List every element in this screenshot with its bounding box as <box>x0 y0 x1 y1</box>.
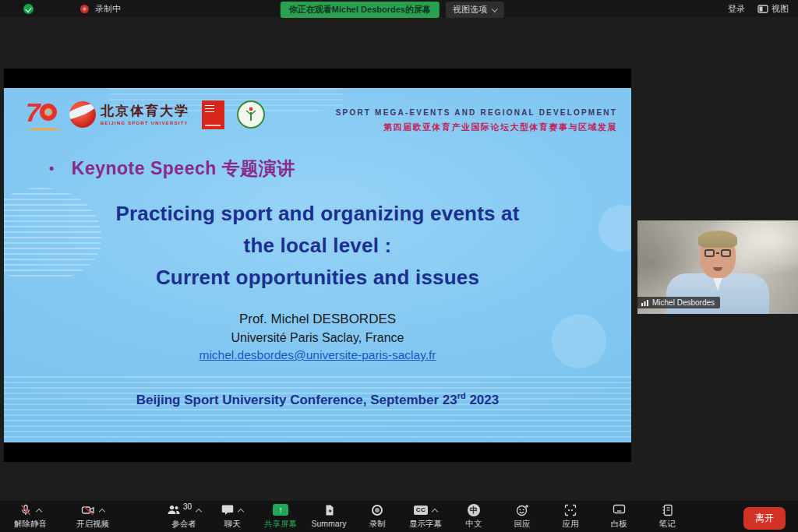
participant-name-label: Michel Desbordes <box>652 298 715 307</box>
shared-screen-area: 7 北京体育大学 BEIJING SPORT UNIVERSITY <box>4 69 631 462</box>
share-screen-button[interactable]: ↑ 共享屏幕 <box>263 503 298 530</box>
security-shield-icon[interactable] <box>23 4 34 14</box>
slide-header-chinese: 第四届欧亚体育产业国际论坛大型体育赛事与区域发展 <box>336 122 617 133</box>
view-options-button[interactable]: 视图选项 <box>446 2 504 18</box>
glasses-lens <box>704 249 715 257</box>
slide-title-line2: the local level : <box>4 230 631 262</box>
slide-title: Practicing sport and organizing events a… <box>4 198 631 294</box>
green-emblem-logo <box>237 100 265 129</box>
chevron-up-icon[interactable] <box>196 508 202 514</box>
seventy-digit: 7 <box>26 99 41 125</box>
person-hair <box>698 231 737 248</box>
notes-icon <box>662 504 673 516</box>
notes-label: 笔记 <box>659 519 676 530</box>
notes-button[interactable]: 笔记 <box>649 503 685 530</box>
record-label: 录制 <box>369 519 386 530</box>
beijing-sport-university-logo: 北京体育大学 BEIJING SPORT UNIVERSITY <box>69 101 189 128</box>
share-arrow-glyph: ↑ <box>278 506 283 514</box>
view-button[interactable]: 视图 <box>757 3 789 15</box>
slide-header-english: SPORT MEGA-EVENTS AND REGIONAL DEVELOPME… <box>336 108 617 117</box>
record-icon <box>372 505 383 516</box>
whiteboard-icon <box>613 504 626 516</box>
apps-label: 应用 <box>563 519 579 530</box>
recording-indicator-icon <box>80 5 89 13</box>
topbar-center-cluster: 你正在观看Michel Desbordes的屏幕 视图选项 <box>281 2 504 18</box>
record-button[interactable]: 录制 <box>359 503 395 530</box>
bullet-icon: • <box>49 160 55 177</box>
whiteboard-button[interactable]: 白板 <box>601 503 637 530</box>
anniversary-70-logo: 7 <box>26 99 57 130</box>
start-video-label: 开启视频 <box>76 519 109 530</box>
speaker-block: Prof. Michel DESBORDES Université Paris … <box>4 312 631 362</box>
person-mouth <box>713 267 722 271</box>
closed-captions-icon: CC <box>414 506 429 515</box>
chevron-down-icon <box>492 5 498 12</box>
reactions-smiley-icon <box>516 504 529 516</box>
chevron-up-icon[interactable] <box>238 508 244 514</box>
conference-line: Beijing Sport University Conference, Sep… <box>4 391 631 408</box>
captions-button[interactable]: CC 显示字幕 <box>408 503 443 530</box>
tree-person-icon <box>242 105 260 124</box>
language-button[interactable]: 中 中文 <box>456 503 492 530</box>
summary-button[interactable]: Summary <box>311 503 347 530</box>
chevron-up-icon[interactable] <box>99 508 105 514</box>
slide-header-block: SPORT MEGA-EVENTS AND REGIONAL DEVELOPME… <box>336 108 617 133</box>
share-screen-icon: ↑ <box>273 504 288 516</box>
chevron-up-icon[interactable] <box>432 508 438 514</box>
presentation-slide: 7 北京体育大学 BEIJING SPORT UNIVERSITY <box>4 88 631 442</box>
chevron-up-icon[interactable] <box>36 508 42 514</box>
microphone-muted-icon <box>19 504 32 516</box>
speaker-affiliation: Université Paris Saclay, France <box>4 331 631 345</box>
login-label: 登录 <box>728 3 745 15</box>
summary-label: Summary <box>312 519 347 528</box>
speaker-name: Prof. Michel DESBORDES <box>4 312 631 327</box>
glasses-lens <box>721 249 731 257</box>
seventy-ring-icon <box>40 104 57 121</box>
meeting-toolbar: 解除静音 开启视频 <box>0 501 798 532</box>
conference-ordinal: rd <box>457 391 466 400</box>
bsu-name-english: BEIJING SPORT UNIVERSITY <box>101 121 189 125</box>
apps-button[interactable]: 应用 <box>553 503 588 530</box>
camera-off-icon <box>81 504 95 516</box>
slide-logo-row: 7 北京体育大学 BEIJING SPORT UNIVERSITY <box>26 99 265 130</box>
topbar-left-cluster: 录制中 <box>23 3 121 15</box>
person-head <box>700 233 736 278</box>
top-bar: 录制中 你正在观看Michel Desbordes的屏幕 视图选项 登录 视图 <box>0 0 798 17</box>
reactions-label: 回应 <box>514 519 531 530</box>
slide-title-line3: Current opportunities and issues <box>4 262 631 294</box>
participants-icon <box>167 504 181 516</box>
unmute-button[interactable]: 解除静音 <box>12 503 48 530</box>
reactions-button[interactable]: 回应 <box>504 503 540 530</box>
signal-bars-icon <box>641 299 649 306</box>
viewing-screen-banner: 你正在观看Michel Desbordes的屏幕 <box>281 2 440 18</box>
conference-text: Beijing Sport University Conference, Sep… <box>136 393 457 407</box>
slide-title-line1: Practicing sport and organizing events a… <box>4 198 631 230</box>
glasses-bridge <box>716 252 719 254</box>
participants-label: 参会者 <box>171 519 196 530</box>
participant-video-tile[interactable]: Michel Desbordes <box>637 220 798 314</box>
leave-meeting-button[interactable]: 离开 <box>743 507 786 530</box>
toolbar-center-group: 30 参会者 聊天 ↑ <box>166 503 685 530</box>
chat-bubble-icon <box>221 504 234 516</box>
unmute-label: 解除静音 <box>14 519 47 530</box>
participants-count: 30 <box>183 502 192 511</box>
chat-label: 聊天 <box>224 519 241 530</box>
participants-button[interactable]: 30 参会者 <box>166 503 202 530</box>
language-label: 中文 <box>466 519 482 530</box>
chat-button[interactable]: 聊天 <box>214 503 250 530</box>
keynote-speech-label: Keynote Speech 专题演讲 <box>72 157 295 181</box>
start-video-button[interactable]: 开启视频 <box>75 503 111 530</box>
view-layout-icon <box>757 5 768 13</box>
topbar-right-cluster: 登录 视图 <box>728 3 789 15</box>
apps-icon <box>564 504 577 516</box>
summary-doc-icon <box>323 504 335 516</box>
bsu-name-block: 北京体育大学 BEIJING SPORT UNIVERSITY <box>101 104 189 125</box>
view-label: 视图 <box>772 3 789 15</box>
speaker-email-link[interactable]: michel.desbordes@universite-paris-saclay… <box>199 348 436 362</box>
login-button[interactable]: 登录 <box>728 3 745 15</box>
view-options-label: 视图选项 <box>453 4 487 16</box>
chinese-language-icon: 中 <box>468 504 480 516</box>
participant-name-tag: Michel Desbordes <box>637 297 720 308</box>
toolbar-left-group: 解除静音 开启视频 <box>12 503 111 530</box>
whiteboard-label: 白板 <box>611 519 627 530</box>
